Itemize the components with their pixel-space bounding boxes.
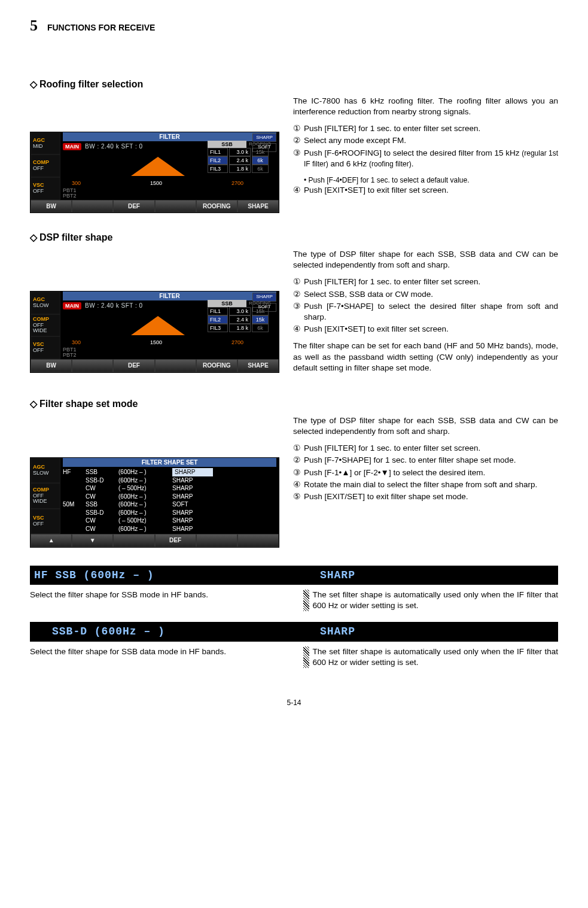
roofing-intro: The IC-7800 has 6 kHz roofing filter. Th… xyxy=(293,96,558,117)
filter-screen-dsp: AGCSLOW COMPOFFWIDE VSCOFF FILTER MAIN B… xyxy=(30,291,279,373)
strip-left: HF SSB (600Hz – ) xyxy=(34,568,320,582)
dsp-outro: The filter shape can be set for each ban… xyxy=(293,341,558,373)
hatch-icon xyxy=(303,646,309,668)
section-title-roofing: ◇Roofing filter selection xyxy=(30,78,558,91)
info-box-ssb-d: SSB-D (600Hz – ) SHARP xyxy=(30,622,558,641)
chapter-number: 5 xyxy=(30,17,38,34)
info-right-desc: The set filter shape is automatically us… xyxy=(313,590,559,611)
fss-row: HFSSB(600Hz – )SHARP xyxy=(63,468,276,476)
info-left-desc: Select the filter shape for SSB data mod… xyxy=(30,646,285,668)
step-text: Push [FILTER] for 1 sec. to enter filter… xyxy=(304,123,558,134)
filter-screen-roofing: AGCMID COMPOFF VSCOFF FILTER MAIN BW : 2… xyxy=(30,132,279,214)
diamond-icon: ◇ xyxy=(30,399,37,409)
filter-shape-set-screen: AGCSLOW COMPOFFWIDE VSCOFF FILTER SHAPE … xyxy=(30,457,279,548)
section-title-fss: ◇Filter shape set mode xyxy=(30,397,558,411)
fss-row: CW(600Hz – )SHARP xyxy=(63,493,276,501)
bw-readout: BW : 2.40 k SFT : 0 xyxy=(85,142,143,151)
softkey-bw[interactable]: BW xyxy=(31,200,72,213)
mode-header: SSB xyxy=(208,141,246,148)
fss-row: CW(600Hz – )SHARP xyxy=(63,525,276,533)
info-left-desc: Select the filter shape for SSB mode in … xyxy=(30,590,285,611)
freq-mid: 1500 xyxy=(150,180,162,187)
step-text: Push [F-6•ROOFING] to select the desired… xyxy=(304,148,558,169)
fss-row: CW( – 500Hz)SHARP xyxy=(63,484,276,493)
fss-row: SSB-D(600Hz – )SHARP xyxy=(63,476,276,485)
strip-right: SHARP xyxy=(320,568,554,582)
diamond-icon: ◇ xyxy=(30,79,37,89)
page-header: 5 FUNCTIONS FOR RECEIVE xyxy=(30,15,558,36)
softkey-def[interactable]: DEF xyxy=(155,534,196,547)
fss-row: SSB-D(600Hz – )SHARP xyxy=(63,509,276,517)
strip-left: SSB-D (600Hz – ) xyxy=(34,624,320,639)
sharp-indicator: SHARP xyxy=(252,133,276,142)
softkey-up[interactable]: ▲ xyxy=(31,534,72,547)
info-box-hf-ssb: HF SSB (600Hz – ) SHARP xyxy=(30,566,558,585)
soft-indicator: SOFT xyxy=(252,143,276,152)
softkey-def[interactable]: DEF xyxy=(113,200,154,213)
section-title-dsp: ◇DSP filter shape xyxy=(30,231,558,244)
strip-right: SHARP xyxy=(320,624,554,639)
fss-row: CW( – 500Hz)SHARP xyxy=(63,517,276,525)
fss-intro: The type of DSP filter shape for each SS… xyxy=(293,415,558,437)
fss-row: 50MSSB(600Hz – )SOFT xyxy=(63,500,276,509)
softkey-down[interactable]: ▼ xyxy=(72,534,113,547)
chapter-title: FUNCTIONS FOR RECEIVE xyxy=(47,23,155,32)
main-badge: MAIN xyxy=(63,143,81,150)
freq-high: 2700 xyxy=(231,180,243,187)
diamond-icon: ◇ xyxy=(30,232,37,242)
step-text: Select any mode except FM. xyxy=(304,135,558,146)
sub-note: • Push [F-4•DEF] for 1 sec. to select a … xyxy=(304,175,558,185)
softkey-row: BW DEF ROOFING SHAPE xyxy=(31,200,279,213)
softkey-shape[interactable]: SHAPE xyxy=(237,200,279,213)
step-text: Push [EXIT•SET] to exit filter set scree… xyxy=(304,185,558,196)
hatch-icon xyxy=(303,590,309,611)
dsp-intro: The type of DSP filter shape for each SS… xyxy=(293,249,558,271)
page-footer: 5-14 xyxy=(30,698,558,707)
softkey-roofing[interactable]: ROOFING xyxy=(196,200,237,213)
info-right-desc: The set filter shape is automatically us… xyxy=(313,646,559,668)
freq-low: 300 xyxy=(72,180,81,187)
